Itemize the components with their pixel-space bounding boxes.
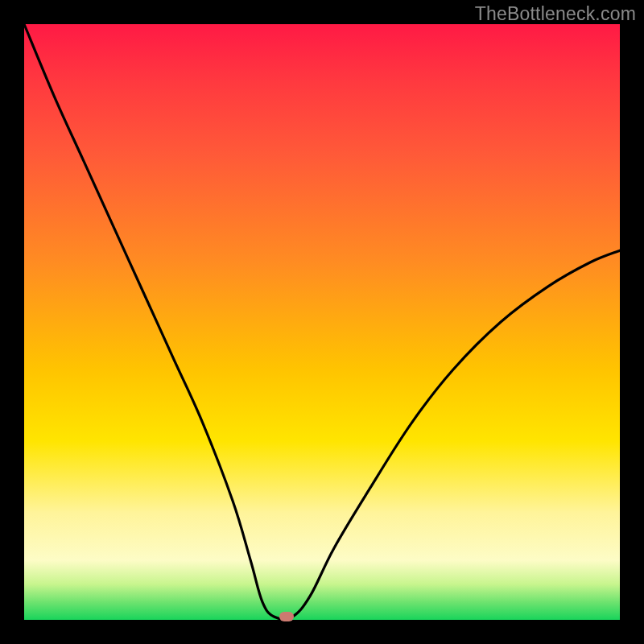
bottleneck-curve [24,24,620,620]
chart-frame: TheBottleneck.com [0,0,644,644]
plot-area [24,24,620,620]
watermark-text: TheBottleneck.com [475,3,636,25]
optimal-point-marker [279,612,294,621]
